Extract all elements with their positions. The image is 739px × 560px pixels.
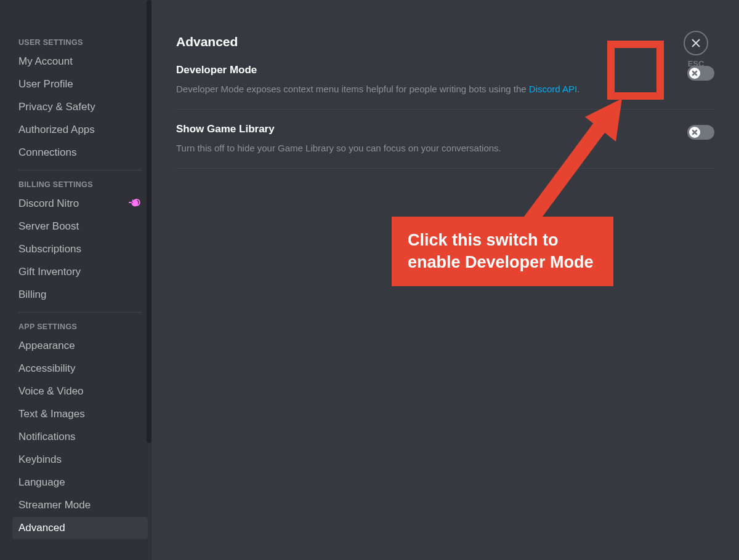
close-icon bbox=[692, 70, 698, 76]
close-area: ESC bbox=[684, 31, 708, 68]
annotation-arrow-icon bbox=[511, 92, 634, 228]
sidebar-item-connections[interactable]: Connections bbox=[12, 142, 148, 164]
sidebar-item-billing[interactable]: Billing bbox=[12, 284, 148, 306]
sidebar-item-my-account[interactable]: My Account bbox=[12, 50, 148, 73]
scrollbar[interactable] bbox=[147, 0, 151, 443]
divider bbox=[18, 170, 142, 170]
sidebar-item-appearance[interactable]: Appearance bbox=[12, 335, 148, 357]
sidebar-item-authorized-apps[interactable]: Authorized Apps bbox=[12, 119, 148, 141]
svg-line-9 bbox=[530, 122, 604, 222]
toggle-thumb bbox=[689, 127, 700, 138]
nitro-badge-icon bbox=[128, 198, 142, 210]
sidebar-item-keybinds[interactable]: Keybinds bbox=[12, 449, 148, 471]
show-game-library-toggle[interactable] bbox=[687, 125, 714, 140]
annotation-callout: Click this switch to enable Developer Mo… bbox=[392, 217, 613, 286]
sidebar-item-language[interactable]: Language bbox=[12, 471, 148, 494]
sidebar-item-privacy-safety[interactable]: Privacy & Safety bbox=[12, 96, 148, 118]
divider bbox=[18, 312, 142, 313]
sidebar-item-subscriptions[interactable]: Subscriptions bbox=[12, 238, 148, 260]
sidebar-item-accessibility[interactable]: Accessibility bbox=[12, 358, 148, 380]
sidebar-item-gift-inventory[interactable]: Gift Inventory bbox=[12, 261, 148, 283]
svg-point-1 bbox=[135, 201, 138, 204]
sidebar-item-streamer-mode[interactable]: Streamer Mode bbox=[12, 494, 148, 516]
sidebar-item-user-profile[interactable]: User Profile bbox=[12, 73, 148, 95]
close-label: ESC bbox=[688, 59, 705, 68]
close-icon bbox=[690, 38, 701, 49]
annotation-highlight-box bbox=[607, 41, 664, 100]
close-button[interactable] bbox=[684, 31, 708, 55]
sidebar-item-advanced[interactable]: Advanced bbox=[12, 517, 148, 539]
section-header-user: USER SETTINGS bbox=[12, 34, 148, 50]
close-icon bbox=[692, 129, 698, 135]
sidebar-item-text-images[interactable]: Text & Images bbox=[12, 403, 148, 425]
sidebar-item-voice-video[interactable]: Voice & Video bbox=[12, 380, 148, 402]
section-header-billing: BILLING SETTINGS bbox=[12, 177, 148, 193]
toggle-thumb bbox=[689, 68, 700, 79]
setting-title: Developer Mode bbox=[176, 64, 257, 76]
svg-rect-2 bbox=[129, 202, 132, 203]
setting-title: Show Game Library bbox=[176, 123, 275, 135]
sidebar-item-notifications[interactable]: Notifications bbox=[12, 426, 148, 448]
section-header-app: APP SETTINGS bbox=[12, 319, 148, 335]
sidebar-item-discord-nitro[interactable]: Discord Nitro bbox=[12, 193, 148, 215]
settings-sidebar: USER SETTINGS My Account User Profile Pr… bbox=[0, 0, 151, 560]
sidebar-item-server-boost[interactable]: Server Boost bbox=[12, 215, 148, 238]
